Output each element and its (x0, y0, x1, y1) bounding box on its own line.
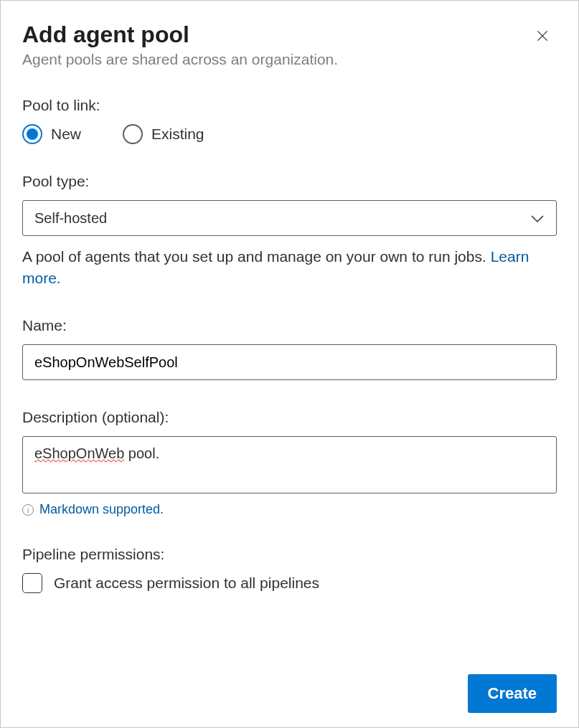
radio-icon (22, 124, 42, 144)
description-label: Description (optional): (22, 409, 557, 426)
grant-access-checkbox[interactable] (22, 573, 42, 593)
permissions-section: Pipeline permissions: Grant access permi… (22, 546, 557, 593)
close-icon (535, 29, 550, 45)
pool-type-label: Pool type: (22, 173, 557, 190)
panel-title: Add agent pool (22, 21, 557, 48)
pool-type-value: Self-hosted (34, 210, 107, 227)
radio-icon (123, 124, 143, 144)
description-text-misspelled: eShopOnWeb (34, 445, 124, 461)
pool-type-helper: A pool of agents that you set up and man… (22, 246, 557, 288)
radio-label-existing: Existing (151, 126, 204, 143)
name-label: Name: (22, 317, 557, 334)
pool-to-link-section: Pool to link: New Existing (22, 97, 557, 144)
radio-label-new: New (51, 126, 81, 143)
description-input[interactable]: eShopOnWeb pool. (22, 436, 557, 493)
name-section: Name: (22, 317, 557, 380)
pool-type-section: Pool type: Self-hosted A pool of agents … (22, 173, 557, 288)
pool-to-link-label: Pool to link: (22, 97, 557, 114)
close-button[interactable] (531, 25, 554, 48)
grant-access-label: Grant access permission to all pipelines (54, 575, 319, 592)
description-text-rest: pool. (124, 445, 159, 461)
markdown-supported-link[interactable]: Markdown supported. (39, 502, 164, 517)
description-section: Description (optional): eShopOnWeb pool.… (22, 409, 557, 517)
chevron-down-icon (530, 210, 545, 227)
create-button[interactable]: Create (468, 674, 557, 713)
radio-option-existing[interactable]: Existing (123, 124, 204, 144)
add-agent-pool-panel: Add agent pool Agent pools are shared ac… (0, 0, 579, 728)
panel-subtitle: Agent pools are shared across an organiz… (22, 51, 557, 68)
radio-option-new[interactable]: New (22, 124, 81, 144)
name-input[interactable] (22, 344, 557, 380)
info-icon: i (22, 504, 34, 516)
permissions-label: Pipeline permissions: (22, 546, 557, 563)
pool-type-select[interactable]: Self-hosted (22, 200, 557, 236)
